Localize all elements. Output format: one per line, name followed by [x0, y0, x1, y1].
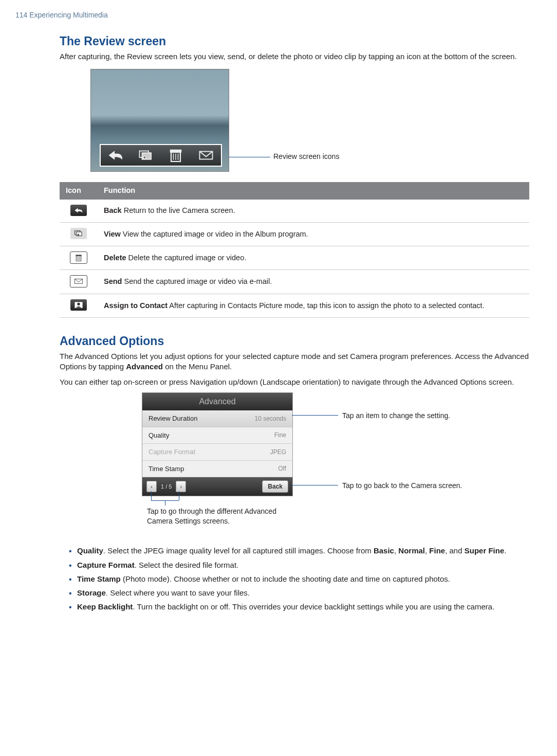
callout-line: [151, 491, 152, 500]
icon-function-table: Icon Function Back Return to the live Ca…: [60, 182, 529, 317]
callout-line: [179, 491, 179, 500]
send-icon: [70, 275, 87, 287]
pager-text: 1 / 5: [158, 483, 175, 491]
callout-pager: Tap to go through the different Advanced…: [147, 507, 281, 526]
adv-row-capture-format[interactable]: Capture FormatJPEG: [142, 444, 292, 461]
adv-row-review-duration[interactable]: Review Duration10 seconds: [142, 410, 292, 427]
table-row: View View the captured image or video in…: [60, 223, 529, 246]
table-row: Assign to Contact After capturing in Con…: [60, 294, 529, 318]
list-item: Time Stamp (Photo mode). Choose whether …: [69, 574, 529, 584]
back-icon[interactable]: [108, 150, 123, 161]
view-icon[interactable]: [138, 150, 154, 161]
list-item: Capture Format. Select the desired file …: [69, 560, 529, 570]
table-row: Send Send the captured image or video vi…: [60, 270, 529, 294]
back-icon: [70, 205, 87, 216]
list-item: Storage. Select where you want to save y…: [69, 588, 529, 598]
table-row: Back Return to the live Camera screen.: [60, 200, 529, 223]
adv-row-time-stamp[interactable]: Time StampOff: [142, 461, 292, 478]
delete-icon: [70, 251, 87, 264]
svg-rect-7: [171, 150, 181, 153]
callout-line: [229, 157, 270, 157]
review-icons-bar: [100, 144, 222, 167]
callout-line: [292, 415, 338, 416]
advanced-screenshot: Advanced Review Duration10 seconds Quali…: [142, 392, 293, 496]
callout-tap-item: Tap an item to change the setting.: [342, 411, 450, 421]
th-function: Function: [98, 182, 529, 200]
svg-rect-16: [76, 255, 81, 256]
advanced-title: Advanced: [142, 393, 292, 410]
advanced-p2: You can either tap on-screen or press Na…: [60, 377, 529, 387]
section-title-advanced: Advanced Options: [60, 333, 529, 349]
pager-next-button[interactable]: ›: [176, 481, 186, 492]
page-header: 114 Experiencing Multimedia: [15, 10, 542, 20]
list-item: Keep Backlight. Turn the backlight on or…: [69, 602, 529, 612]
advanced-p1: The Advanced Options let you adjust opti…: [60, 351, 529, 372]
options-list: Quality. Select the JPEG image quality l…: [60, 546, 529, 612]
back-button[interactable]: Back: [262, 480, 288, 493]
svg-point-11: [77, 234, 79, 236]
review-screenshot: [90, 69, 229, 172]
callout-line: [292, 485, 338, 485]
pager: ‹ 1 / 5 ›: [146, 481, 186, 492]
adv-row-quality[interactable]: QualityFine: [142, 427, 292, 444]
callout-back: Tap to go back to the Camera screen.: [342, 481, 462, 491]
view-icon: [70, 228, 87, 239]
list-item: Quality. Select the JPEG image quality l…: [69, 546, 529, 556]
table-row: Delete Delete the captured image or vide…: [60, 246, 529, 270]
th-icon: Icon: [60, 182, 98, 200]
assign-contact-icon: [70, 299, 87, 311]
review-callout: Review screen icons: [273, 152, 339, 161]
section-title-review: The Review screen: [60, 33, 529, 49]
pager-prev-button[interactable]: ‹: [146, 481, 157, 492]
send-icon[interactable]: [198, 150, 214, 161]
delete-icon[interactable]: [168, 150, 183, 161]
callout-line: [165, 500, 165, 506]
svg-point-19: [77, 303, 80, 305]
review-intro: After capturing, the Review screen lets …: [60, 51, 529, 62]
svg-point-2: [143, 156, 146, 158]
